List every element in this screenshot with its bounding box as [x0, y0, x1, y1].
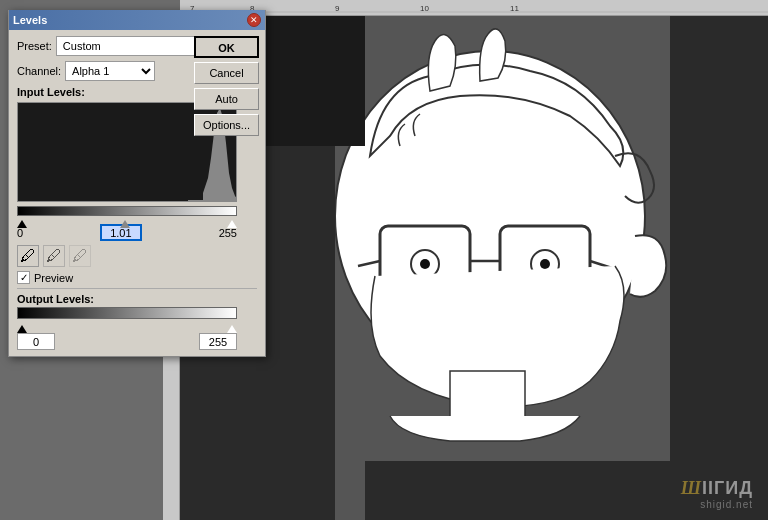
- auto-button[interactable]: Auto: [194, 88, 259, 110]
- drawing-canvas: ШІІГИД shigid.net: [180, 16, 768, 520]
- preview-label: Preview: [34, 272, 73, 284]
- cancel-button[interactable]: Cancel: [194, 62, 259, 84]
- character-svg: [180, 16, 768, 520]
- ruler-top: 7 8 9 10 11: [180, 0, 768, 16]
- black-output-handle[interactable]: [17, 325, 27, 333]
- close-button[interactable]: ✕: [247, 13, 261, 27]
- watermark: ШІІГИД shigid.net: [681, 478, 753, 510]
- output-fields-row: [17, 333, 237, 350]
- levels-dialog: Levels ✕ Preset: CustomDefaultDarkerIncr…: [8, 10, 266, 357]
- preset-label: Preset:: [17, 40, 52, 52]
- dialog-titlebar[interactable]: Levels ✕: [9, 10, 265, 30]
- channel-label: Channel:: [17, 65, 61, 77]
- channel-select[interactable]: Alpha 1RGBRedGreenBlue: [65, 61, 155, 81]
- output-slider-track: [17, 321, 237, 333]
- input-gradient-bar: [17, 206, 237, 216]
- eyedropper-row: 🖊 🖊 🖊: [17, 245, 257, 267]
- black-input-handle[interactable]: [17, 220, 27, 228]
- black-eyedropper-button[interactable]: 🖊: [17, 245, 39, 267]
- divider: [17, 288, 257, 289]
- svg-point-9: [420, 259, 430, 269]
- preview-checkbox[interactable]: ✓: [17, 271, 30, 284]
- svg-rect-15: [670, 16, 768, 520]
- output-gradient-bar: [17, 307, 237, 319]
- white-input-handle[interactable]: [227, 220, 237, 228]
- input-max-value: 255: [219, 227, 237, 239]
- input-slider-handles: [17, 216, 237, 226]
- dialog-title: Levels: [13, 14, 47, 26]
- button-column: OK Cancel Auto Options...: [194, 36, 259, 136]
- white-eyedropper-button[interactable]: 🖊: [69, 245, 91, 267]
- white-output-handle[interactable]: [227, 325, 237, 333]
- input-min-value: 0: [17, 227, 23, 239]
- preview-row: ✓ Preview: [17, 271, 257, 284]
- ok-button[interactable]: OK: [194, 36, 259, 58]
- mid-input-handle[interactable]: [120, 220, 130, 228]
- ruler-ticks-svg: [180, 0, 768, 15]
- svg-rect-16: [365, 461, 670, 520]
- svg-point-11: [540, 259, 550, 269]
- input-slider-container: [17, 206, 237, 222]
- output-max-field[interactable]: [199, 333, 237, 350]
- output-min-field[interactable]: [17, 333, 55, 350]
- options-button[interactable]: Options...: [194, 114, 259, 136]
- output-levels-label: Output Levels:: [17, 293, 257, 305]
- svg-rect-12: [450, 371, 525, 421]
- gray-eyedropper-button[interactable]: 🖊: [43, 245, 65, 267]
